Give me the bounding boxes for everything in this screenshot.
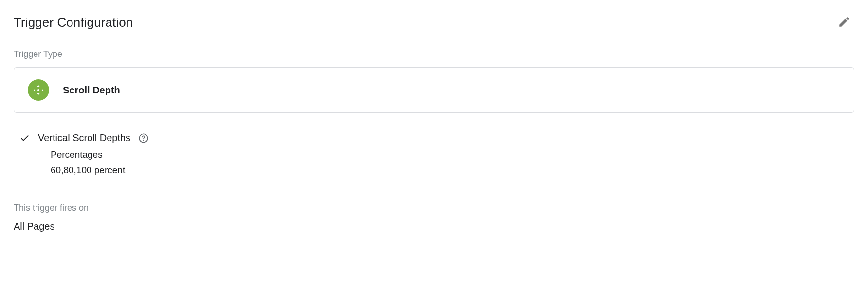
fires-on-value: All Pages (14, 221, 854, 232)
fires-on-label: This trigger fires on (14, 203, 854, 213)
fires-on-section: This trigger fires on All Pages (14, 203, 854, 232)
svg-point-2 (143, 140, 144, 141)
vertical-scroll-depths-row: Vertical Scroll Depths (14, 132, 854, 144)
trigger-type-label: Trigger Type (14, 49, 854, 59)
edit-button[interactable] (834, 12, 854, 34)
help-icon[interactable] (138, 133, 149, 144)
percentages-value: 60,80,100 percent (14, 165, 854, 176)
config-header: Trigger Configuration (14, 12, 854, 34)
scroll-depth-icon (28, 79, 49, 101)
vertical-scroll-depths-label: Vertical Scroll Depths (38, 132, 130, 144)
svg-point-0 (37, 89, 39, 91)
page-title: Trigger Configuration (14, 15, 133, 30)
trigger-type-name: Scroll Depth (63, 85, 120, 96)
checkmark-icon (19, 133, 30, 144)
trigger-type-card[interactable]: Scroll Depth (14, 67, 854, 113)
percentages-mode-label: Percentages (14, 149, 854, 160)
pencil-icon (838, 16, 850, 30)
